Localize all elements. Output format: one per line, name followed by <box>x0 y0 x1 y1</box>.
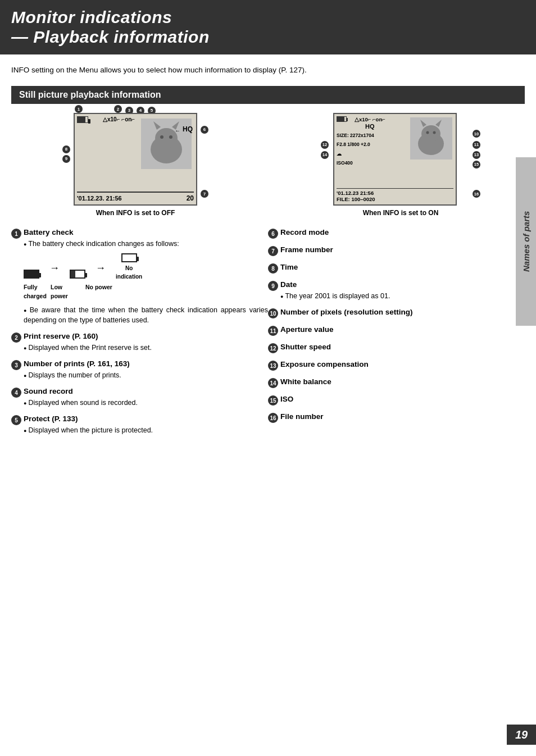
svg-point-12 <box>426 131 429 134</box>
legend-body-2: Displayed when the Print reserve is set. <box>24 343 268 353</box>
legend-item-5: 5 Protect (P. 133) Displayed when the pi… <box>11 415 268 435</box>
legend-item-1: 1 Battery check The battery check indica… <box>11 228 268 325</box>
screen-on-datetime: '01.12.23 21:56 <box>337 190 453 196</box>
legend-title-14: 14 White balance <box>268 377 525 388</box>
legend-body-3: Displays the number of prints. <box>24 370 268 380</box>
legend-title-2: 2 Print reserve (P. 160) <box>11 332 268 343</box>
screen-off-datetime: '01.12.23. 21:56 <box>77 195 122 202</box>
camera-screen-off: △x10⌐ ⌐on⌐ HQ ← '01.12.23. 21:56 20 <box>74 113 197 206</box>
callout-7-label: 7 <box>201 189 208 198</box>
svg-point-13 <box>433 131 436 134</box>
screen-on-file: FILE: 100–0020 <box>337 196 453 202</box>
screen-off-caption: When INFO is set to OFF <box>96 209 175 217</box>
legend-item-16: 16 File number <box>268 412 525 423</box>
legend-title-3: 3 Number of prints (P. 161, 163) <box>11 359 268 370</box>
batt-arrow-1: → <box>49 261 60 275</box>
legend-item-2: 2 Print reserve (P. 160) Displayed when … <box>11 332 268 353</box>
legend-item-12: 12 Shutter speed <box>268 343 525 353</box>
page-header: Monitor indications — Playback informati… <box>0 0 536 54</box>
screen-off-bottom: '01.12.23. 21:56 20 <box>77 192 194 202</box>
batt-icon-low <box>70 270 85 279</box>
screen-on-top-icons <box>337 116 347 122</box>
page-number: 19 <box>507 725 536 745</box>
screen-on-wrapper: △x10⌐ ⌐on⌐ HQ SIZE: 2272x1704 F2.8 1/800… <box>333 113 468 206</box>
callout-12: 12 <box>321 139 329 149</box>
legend-title-8: 8 Time <box>268 263 525 274</box>
legend-body-9: The year 2001 is displayed as 01. <box>280 291 525 301</box>
legend-item-9: 9 Date The year 2001 is displayed as 01. <box>268 280 525 301</box>
section-header: Still picture playback information <box>11 86 525 104</box>
batt-state-low <box>70 270 85 281</box>
screen-on-hq: HQ <box>365 123 375 130</box>
screen-on-iso: ISO400 <box>337 158 408 167</box>
legend-title-12: 12 Shutter speed <box>268 343 525 353</box>
callout-16: 16 <box>473 189 480 198</box>
legend-item-15: 15 ISO <box>268 395 525 406</box>
screen-on-size: SIZE: 2272x1704 <box>337 131 408 140</box>
legend-title-1: 1 Battery check <box>11 228 268 239</box>
legend-left-col: 1 Battery check The battery check indica… <box>11 228 268 442</box>
callout-13: 13 <box>473 149 480 159</box>
legend-title-13: 13 Exposure compensation <box>268 360 525 371</box>
legend-item-13: 13 Exposure compensation <box>268 360 525 371</box>
batt-labels: Fullycharged Low power No power <box>24 283 268 300</box>
legend-title-10: 10 Number of pixels (resolution setting) <box>268 308 525 318</box>
callout-14: 14 <box>321 149 329 159</box>
no-indication-label: Noindication <box>116 265 142 281</box>
intro-text: INFO setting on the Menu allows you to s… <box>11 65 525 76</box>
screen-off-frame: 20 <box>187 194 194 202</box>
callout-11: 11 <box>473 139 480 149</box>
legend-item-7: 7 Frame number <box>268 245 525 256</box>
cat-image-on <box>410 117 452 160</box>
batt-icon-empty <box>121 253 137 262</box>
batt-icon-full <box>24 270 39 279</box>
callout-2: 2 <box>114 105 122 113</box>
legend-item-6: 6 Record mode <box>268 228 525 239</box>
svg-point-6 <box>169 135 172 139</box>
screen-off-block: 1 2 3 4 5 <box>11 113 260 217</box>
legend-title-5: 5 Protect (P. 133) <box>11 415 268 425</box>
screen-on-data: SIZE: 2272x1704 F2.8 1/800 +2.0 ☁ ISO400 <box>337 131 408 167</box>
hq-callout-line: ← <box>175 127 180 134</box>
callout-6-label: 6 <box>201 124 208 134</box>
legend-body-5: Displayed when the picture is protected. <box>24 425 268 435</box>
svg-point-9 <box>421 125 440 142</box>
displays-row: 1 2 3 4 5 <box>11 113 525 217</box>
main-content: INFO setting on the Menu allows you to s… <box>0 65 536 454</box>
screen-on-aperture: F2.8 1/800 +2.0 <box>337 140 408 149</box>
legend-title-16: 16 File number <box>268 412 525 423</box>
screen-on-bottom-bar: '01.12.23 21:56 FILE: 100–0020 <box>337 188 453 202</box>
screen-on-bottom: '01.12.23 21:56 FILE: 100–0020 <box>337 188 453 202</box>
screen-on-caption: When INFO is set to ON <box>363 209 439 217</box>
legend-item-11: 11 Aperture value <box>268 325 525 336</box>
battery-icon-off <box>77 116 88 123</box>
legend-body-1: The battery check indication changes as … <box>24 239 268 325</box>
battery-icon-on <box>337 116 347 122</box>
screen-off-hq: HQ <box>183 125 193 133</box>
batt-arrow-2: → <box>96 261 106 275</box>
legend-title-4: 4 Sound record <box>11 387 268 398</box>
legend-title-9: 9 Date <box>268 280 525 291</box>
header-title: Monitor indications — Playback informati… <box>11 8 525 47</box>
legend-item-8: 8 Time <box>268 263 525 274</box>
legend-title-7: 7 Frame number <box>268 245 525 256</box>
svg-point-5 <box>160 135 163 139</box>
screen-on-block: △x10⌐ ⌐on⌐ HQ SIZE: 2272x1704 F2.8 1/800… <box>276 113 525 217</box>
screen-off-bottom-bar: '01.12.23. 21:56 20 <box>77 192 194 202</box>
screen-on-icons: △x10⌐ ⌐on⌐ <box>355 116 385 122</box>
legend-item-14: 14 White balance <box>268 377 525 388</box>
side-tab: Names of parts <box>516 157 536 326</box>
legend-item-10: 10 Number of pixels (resolution setting) <box>268 308 525 318</box>
legend-body-4: Displayed when sound is recorded. <box>24 398 268 408</box>
callout-8-label: 8 <box>62 144 70 153</box>
cat-silhouette-on <box>410 117 452 160</box>
callout-9-label: 9 <box>62 153 70 163</box>
legend-item-3: 3 Number of prints (P. 161, 163) Display… <box>11 359 268 380</box>
batt-state-full <box>24 270 39 281</box>
screen-off-top-icons <box>77 116 88 125</box>
legend-title-11: 11 Aperture value <box>268 325 525 336</box>
battery-states: → → Noindication <box>24 253 268 281</box>
camera-screen-on: △x10⌐ ⌐on⌐ HQ SIZE: 2272x1704 F2.8 1/800… <box>333 113 457 206</box>
legend-item-4: 4 Sound record Displayed when sound is r… <box>11 387 268 408</box>
callout-15: 15 <box>473 159 480 168</box>
